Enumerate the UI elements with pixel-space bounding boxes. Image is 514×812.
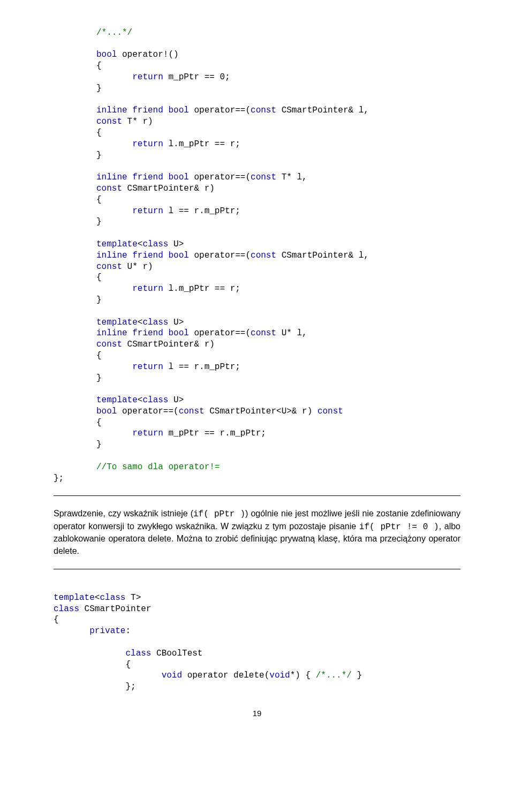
code-text: U* l, (276, 328, 307, 338)
brace: } (96, 217, 102, 227)
brace: { (125, 660, 131, 670)
kw: return (132, 428, 163, 438)
brace: } (96, 84, 102, 93)
brace: { (96, 195, 102, 205)
prose-text: Sprawdzenie, czy wskaźnik istnieje ( (54, 509, 193, 518)
kw: const (96, 340, 122, 349)
kw: template (96, 239, 138, 249)
code-text: CSmartPointer& r) (122, 340, 215, 349)
code-text: T> (125, 593, 141, 603)
code-text: CSmartPointer (79, 604, 151, 614)
divider (54, 569, 460, 569)
code-text: CSmartPointer& l, (276, 251, 369, 260)
kw: template (96, 395, 138, 405)
code-text: CSmartPointer& l, (276, 106, 369, 115)
code-text: U> (168, 395, 184, 405)
kw: class (125, 649, 151, 658)
code-text: l == r.m_pPtr; (163, 206, 240, 216)
kw: class (142, 239, 168, 249)
kw: void (269, 671, 290, 680)
code-text: : (125, 626, 131, 636)
kw: const (96, 262, 122, 272)
kw: const (251, 106, 276, 115)
code-text: operator!() (117, 50, 178, 59)
code-text: m_pPtr == r.m_pPtr; (163, 428, 266, 438)
code-text: operator==( (189, 328, 251, 338)
code-text: U* r) (122, 262, 153, 272)
page-number: 19 (54, 709, 460, 718)
code-text: }; (54, 473, 64, 483)
code-text: operator delete( (182, 671, 269, 680)
kw: inline friend bool (96, 106, 189, 115)
brace: } (96, 151, 102, 160)
kw: private (89, 626, 125, 636)
kw: const (96, 117, 122, 126)
kw: bool (96, 407, 117, 416)
code-text: l.m_pPtr == r; (163, 139, 240, 149)
kw: const (96, 184, 122, 193)
code-text: operator==( (189, 106, 251, 115)
code-text: < (138, 239, 143, 249)
kw: return (132, 362, 163, 372)
comment: /*...*/ (316, 671, 352, 680)
kw: class (54, 604, 79, 614)
brace: } (96, 373, 102, 383)
code-text: } (352, 671, 362, 680)
kw: const (251, 172, 276, 182)
brace: { (96, 61, 102, 71)
brace: { (96, 128, 102, 138)
code-text: CSmartPointer& r) (122, 184, 215, 193)
code-text: < (138, 318, 143, 327)
kw: const (251, 251, 276, 260)
code-text: *) { (290, 671, 316, 680)
code-text: T* l, (276, 172, 307, 182)
code-text: m_pPtr == 0; (163, 72, 230, 82)
kw: template (54, 593, 95, 603)
kw: inline friend bool (96, 251, 189, 260)
kw: bool (96, 50, 117, 59)
kw: const (179, 407, 205, 416)
kw: inline friend bool (96, 172, 189, 182)
brace: } (96, 295, 102, 305)
brace: { (96, 273, 102, 282)
code-text: l == r.m_pPtr; (163, 362, 240, 372)
code-closing-brace: }; (54, 473, 460, 484)
code-text: CSmartPointer<U>& r) (205, 407, 318, 416)
brace: { (96, 351, 102, 360)
brace: } (96, 440, 102, 449)
kw: class (142, 395, 168, 405)
kw: return (132, 284, 163, 294)
kw: return (132, 139, 163, 149)
inline-code: if( pPtr != 0 ) (359, 522, 439, 532)
code-text: U> (168, 318, 184, 327)
kw: class (100, 593, 125, 603)
comment: /*...*/ (96, 28, 132, 37)
inline-code: if( pPtr ) (193, 509, 245, 519)
code-block-2: template<class T> class CSmartPointer { … (54, 581, 460, 693)
code-block-1: /*...*/ bool operator!() { return m_pPtr… (54, 16, 460, 473)
kw: class (142, 318, 168, 327)
code-text: U> (168, 239, 184, 249)
code-text: operator==( (189, 251, 251, 260)
code-text: CBoolTest (151, 649, 202, 658)
kw: return (132, 206, 163, 216)
kw: template (96, 318, 138, 327)
code-text: < (95, 593, 100, 603)
code-text: operator==( (189, 172, 251, 182)
code-text: operator==( (117, 407, 178, 416)
kw: const (318, 407, 343, 416)
kw: return (132, 72, 163, 82)
brace: { (54, 615, 59, 625)
kw: inline friend bool (96, 328, 189, 338)
comment: //To samo dla operator!= (96, 462, 220, 472)
divider (54, 495, 460, 496)
kw: void (162, 671, 182, 680)
code-text: < (138, 395, 143, 405)
code-text: T* r) (122, 117, 153, 126)
paragraph-1: Sprawdzenie, czy wskaźnik istnieje (if( … (54, 508, 460, 557)
brace: { (96, 418, 102, 427)
brace: }; (125, 682, 135, 691)
code-text: l.m_pPtr == r; (163, 284, 240, 294)
kw: const (251, 328, 276, 338)
